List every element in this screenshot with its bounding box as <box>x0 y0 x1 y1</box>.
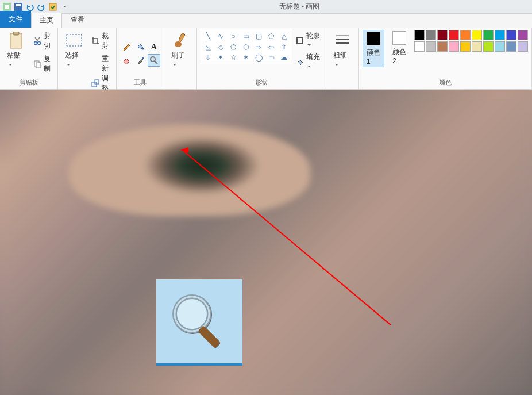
brush-icon <box>171 31 190 49</box>
palette-swatch[interactable] <box>472 41 482 52</box>
brushes-button[interactable]: 刷子 <box>168 30 193 79</box>
quick-access-toolbar <box>2 2 69 11</box>
brushes-label: 刷子 <box>171 51 190 68</box>
crop-label: 裁剪 <box>102 31 110 51</box>
copy-icon <box>33 59 41 68</box>
shape-oval[interactable]: ○ <box>228 32 239 41</box>
palette-swatch[interactable] <box>483 41 494 52</box>
palette-swatch[interactable] <box>449 30 459 40</box>
group-colors: 颜色 1 颜色 2 颜色 <box>359 28 532 89</box>
shape-rtriangle[interactable]: ◺ <box>202 43 214 52</box>
svg-point-18 <box>175 41 182 47</box>
undo-icon[interactable] <box>25 2 34 11</box>
palette-swatch[interactable] <box>414 41 425 52</box>
shape-polygon[interactable]: ⬠ <box>265 32 277 41</box>
svg-rect-6 <box>13 32 19 35</box>
shape-5star[interactable]: ☆ <box>228 53 239 62</box>
shape-callout-round[interactable]: ◯ <box>253 53 264 62</box>
shape-hexagon[interactable]: ⬡ <box>240 43 252 52</box>
svg-rect-12 <box>92 82 97 87</box>
palette-swatch[interactable] <box>460 41 471 52</box>
colors-group-label: 颜色 <box>363 77 528 88</box>
shapes-group-label: 形状 <box>201 77 322 88</box>
shape-rarrow[interactable]: ⇨ <box>253 43 264 52</box>
palette-swatch[interactable] <box>495 30 505 40</box>
svg-rect-25 <box>198 325 221 348</box>
shape-darrow[interactable]: ⇩ <box>202 53 214 62</box>
eraser-tool[interactable] <box>120 54 133 67</box>
crop-button[interactable]: 裁剪 <box>89 30 113 52</box>
palette-swatch[interactable] <box>414 30 425 40</box>
shape-diamond[interactable]: ◇ <box>215 43 226 52</box>
palette-swatch[interactable] <box>495 41 505 52</box>
palette-swatch[interactable] <box>518 30 528 40</box>
shape-triangle[interactable]: △ <box>278 32 290 41</box>
palette-swatch[interactable] <box>506 30 516 40</box>
svg-point-14 <box>142 48 144 50</box>
color2-button[interactable]: 颜色 2 <box>389 30 410 66</box>
paste-button[interactable]: 粘贴 <box>3 30 29 77</box>
qat-dropdown-icon[interactable] <box>60 2 69 11</box>
shape-callout-rect[interactable]: ▭ <box>265 53 277 62</box>
shape-uarrow[interactable]: ⇧ <box>278 43 290 52</box>
shape-outline-button[interactable]: 轮廓 <box>294 30 322 50</box>
save-icon[interactable] <box>14 2 23 11</box>
palette-swatch[interactable] <box>437 30 448 40</box>
palette-swatch[interactable] <box>472 30 482 40</box>
size-group-label <box>330 79 355 88</box>
copy-button[interactable]: 复制 <box>31 53 54 75</box>
shape-6star[interactable]: ✶ <box>240 53 252 62</box>
palette-swatch[interactable] <box>437 41 448 52</box>
ribbon-tabs: 文件 主页 查看 <box>0 14 532 28</box>
palette-swatch[interactable] <box>449 41 459 52</box>
svg-rect-10 <box>36 63 41 68</box>
palette-swatch[interactable] <box>426 30 436 40</box>
pencil-tool[interactable] <box>120 40 133 53</box>
select-label: 选择 <box>65 51 83 68</box>
color1-button[interactable]: 颜色 1 <box>363 30 384 67</box>
size-button[interactable]: 粗细 <box>330 30 355 79</box>
palette-swatch[interactable] <box>460 30 471 40</box>
shape-line[interactable]: ╲ <box>202 32 214 41</box>
customize-icon[interactable] <box>48 2 57 11</box>
palette-swatch[interactable] <box>483 30 494 40</box>
svg-point-1 <box>5 5 9 9</box>
shape-4star[interactable]: ✦ <box>215 53 226 62</box>
size-label: 粗细 <box>333 51 352 68</box>
group-tools: A 工具 <box>117 28 164 89</box>
shape-larrow[interactable]: ⇦ <box>265 43 277 52</box>
palette-swatch[interactable] <box>518 41 528 52</box>
shape-pentagon[interactable]: ⬠ <box>228 43 239 52</box>
shape-callout-cloud[interactable]: ☁ <box>278 53 290 62</box>
shapes-gallery[interactable]: ╲ ∿ ○ ▭ ▢ ⬠ △ ◺ ◇ ⬠ ⬡ ⇨ ⇦ ⇧ ⇩ ✦ ☆ <box>201 30 291 64</box>
svg-point-15 <box>142 57 144 59</box>
shape-curve[interactable]: ∿ <box>215 32 226 41</box>
app-icon[interactable] <box>2 2 11 11</box>
size-icon <box>333 31 352 49</box>
group-brushes: 刷子 <box>164 28 197 89</box>
redo-icon[interactable] <box>37 2 46 11</box>
tab-view[interactable]: 查看 <box>62 12 93 28</box>
color-picker-tool[interactable] <box>134 54 147 67</box>
crop-icon <box>91 36 99 45</box>
outline-icon <box>296 36 304 45</box>
magnifier-tool[interactable] <box>148 54 160 67</box>
tab-home[interactable]: 主页 <box>31 13 62 28</box>
text-tool[interactable]: A <box>148 40 160 53</box>
svg-rect-3 <box>16 4 21 6</box>
shape-roundrect[interactable]: ▢ <box>253 32 264 41</box>
palette-swatch[interactable] <box>506 41 516 52</box>
cut-button[interactable]: 剪切 <box>31 30 54 52</box>
canvas[interactable] <box>0 90 532 395</box>
fill-tool[interactable] <box>134 40 147 53</box>
tab-file[interactable]: 文件 <box>0 11 31 28</box>
shape-fill-button[interactable]: 填充 <box>294 51 322 71</box>
shape-rect[interactable]: ▭ <box>240 32 252 41</box>
cut-label: 剪切 <box>44 31 52 51</box>
color2-swatch <box>392 31 406 45</box>
magnifier-icon <box>168 290 231 353</box>
palette-swatch[interactable] <box>426 41 436 52</box>
brushes-group-label <box>168 79 193 88</box>
group-shapes: ╲ ∿ ○ ▭ ▢ ⬠ △ ◺ ◇ ⬠ ⬡ ⇨ ⇦ ⇧ ⇩ ✦ ☆ <box>197 28 326 89</box>
color2-label: 颜色 2 <box>392 47 406 65</box>
